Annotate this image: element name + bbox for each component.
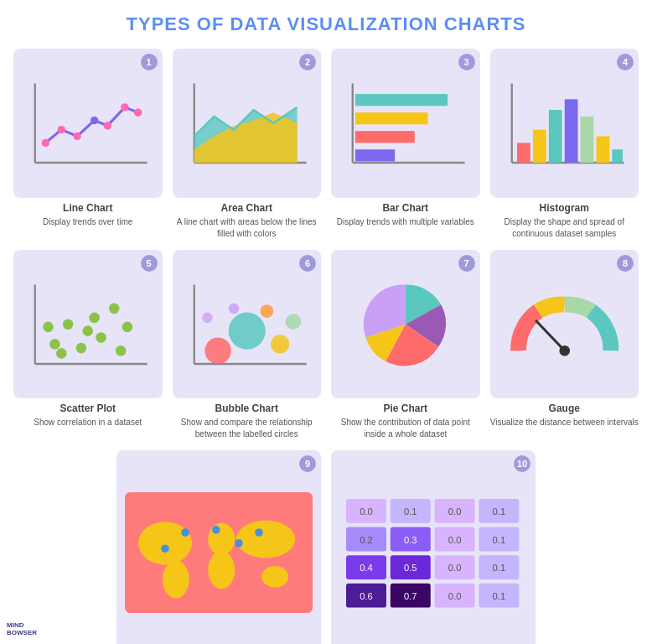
desc-line-chart: Display trends over time [43, 216, 132, 228]
svg-text:0.7: 0.7 [404, 591, 417, 601]
svg-point-36 [122, 321, 133, 332]
svg-point-46 [260, 304, 273, 318]
card-pie: 7 Pie Chart Show the contribution of dat… [331, 250, 480, 441]
chart-box-line: 1 [13, 49, 163, 198]
bar-chart-svg [339, 57, 472, 190]
svg-point-31 [63, 319, 74, 330]
chart-box-area: 2 [173, 49, 322, 198]
chart-box-heatmap: 10 0.0 0.1 0.0 0.1 0.2 0.3 0.0 [331, 450, 536, 644]
svg-point-51 [559, 345, 570, 356]
desc-gauge: Visualize the distance between intervals [490, 417, 639, 428]
svg-point-37 [56, 348, 67, 359]
svg-rect-15 [355, 94, 448, 106]
desc-bubble: Show and compare the relationship betwee… [173, 417, 322, 440]
chart-box-scatter: 5 [13, 250, 163, 399]
svg-point-8 [134, 108, 142, 116]
svg-point-60 [212, 526, 220, 534]
svg-point-39 [116, 345, 127, 356]
area-chart-svg [181, 57, 313, 190]
label-area-chart: Area Chart [221, 202, 272, 214]
svg-point-44 [228, 312, 265, 349]
svg-point-3 [58, 126, 65, 133]
title-part1: Types of Data Visualization [127, 13, 444, 34]
svg-text:0.0: 0.0 [448, 591, 462, 601]
chart-grid-row1: 1 Line Chart Display trends over time [13, 49, 639, 240]
svg-rect-21 [517, 143, 530, 163]
svg-rect-17 [355, 131, 415, 143]
chart-box-pie: 7 [331, 250, 480, 399]
card-heatmap: 10 0.0 0.1 0.0 0.1 0.2 0.3 0.0 [331, 450, 536, 644]
label-histogram: Histogram [540, 202, 589, 214]
svg-point-5 [91, 117, 98, 124]
chart-box-bubble: 6 [173, 250, 322, 399]
svg-point-45 [271, 335, 289, 353]
svg-point-53 [138, 522, 192, 564]
label-bubble: Bubble Chart [215, 402, 278, 414]
title-part2: Charts [444, 13, 526, 34]
card-bar-chart: 3 Bar Chart Display trends with multiple… [331, 49, 480, 240]
card-area-chart: 2 Area Chart A line chart with areas bel… [173, 49, 322, 240]
svg-point-56 [208, 551, 235, 589]
svg-point-55 [208, 523, 235, 555]
card-map: 9 [116, 450, 321, 644]
svg-text:0.0: 0.0 [360, 506, 373, 517]
card-histogram: 4 Histogram Display the shape and spread… [490, 49, 639, 240]
logo: MINDBOWSER [7, 621, 37, 637]
badge-7: 7 [458, 255, 475, 272]
svg-rect-18 [355, 149, 395, 161]
label-scatter: Scatter Plot [60, 402, 116, 414]
card-bubble: 6 Bubble Chart Show and compare the rela… [173, 250, 322, 441]
chart-box-bar: 3 [331, 49, 480, 198]
svg-point-34 [96, 332, 106, 343]
svg-point-30 [49, 339, 60, 350]
badge-3: 3 [458, 54, 475, 70]
svg-point-63 [255, 528, 263, 537]
svg-point-35 [109, 303, 120, 314]
svg-text:0.6: 0.6 [360, 591, 373, 601]
label-bar-chart: Bar Chart [382, 202, 428, 214]
desc-scatter: Show correlation in a dataset [34, 417, 142, 428]
svg-point-4 [73, 132, 80, 140]
svg-text:0.4: 0.4 [360, 563, 373, 573]
desc-pie: Show the contribution of data point insi… [331, 417, 480, 440]
histogram-svg [499, 57, 631, 190]
badge-9: 9 [299, 455, 316, 472]
svg-point-32 [76, 342, 87, 353]
svg-point-61 [235, 539, 243, 548]
chart-grid-row3: 9 [116, 450, 536, 644]
svg-point-49 [202, 312, 213, 323]
svg-point-7 [121, 103, 128, 111]
desc-histogram: Display the shape and spread of continuo… [490, 216, 639, 240]
bubble-svg [181, 258, 313, 391]
badge-10: 10 [514, 455, 530, 472]
svg-point-43 [204, 337, 231, 364]
badge-4: 4 [617, 54, 634, 70]
svg-point-57 [236, 521, 295, 558]
svg-rect-24 [564, 99, 577, 163]
heatmap-svg: 0.0 0.1 0.0 0.1 0.2 0.3 0.0 0.1 0.4 [339, 459, 527, 644]
chart-box-histogram: 4 [490, 49, 639, 198]
svg-point-54 [163, 561, 189, 599]
badge-8: 8 [617, 255, 634, 272]
svg-rect-27 [612, 149, 623, 163]
card-gauge: 8 Gauge Visualize the distance between i… [490, 250, 639, 441]
svg-text:0.1: 0.1 [493, 563, 506, 573]
badge-6: 6 [299, 255, 316, 272]
svg-text:0.1: 0.1 [493, 506, 506, 517]
desc-bar-chart: Display trends with multiple variables [337, 216, 474, 228]
svg-point-58 [261, 566, 288, 588]
scatter-svg [22, 258, 154, 391]
svg-rect-16 [355, 112, 428, 124]
chart-grid-row2: 5 Scatter Plot Show correlation in a dat… [13, 250, 639, 441]
svg-text:0.0: 0.0 [448, 535, 462, 545]
svg-text:0.1: 0.1 [493, 591, 506, 601]
svg-text:0.1: 0.1 [493, 535, 506, 545]
svg-line-50 [536, 320, 565, 351]
svg-rect-25 [580, 117, 593, 163]
map-svg [125, 459, 313, 644]
svg-text:0.0: 0.0 [448, 506, 462, 517]
svg-rect-22 [532, 130, 546, 163]
svg-point-38 [82, 325, 93, 336]
pie-svg [339, 258, 472, 391]
svg-text:0.2: 0.2 [360, 535, 373, 545]
